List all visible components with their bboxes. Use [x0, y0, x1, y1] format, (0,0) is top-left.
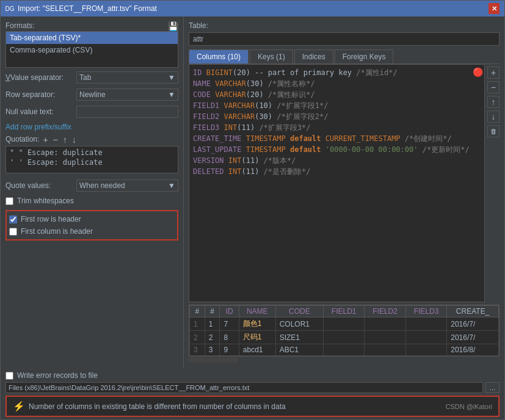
sql-editor[interactable]: 🔴 ID BIGINT(20) -- part of primary key /…	[189, 64, 485, 302]
import-dialog: DG Import: "SELECT__FROM_attr.tsv" Forma…	[0, 0, 505, 420]
col-header-rn: #	[190, 306, 205, 317]
table-row: 3 3 9 abcd1 ABC1 2016/8/	[190, 344, 499, 356]
format-list: Tab-separated (TSV)* Comma-separated (CS…	[5, 31, 178, 68]
error-file-row: ...	[5, 382, 500, 393]
write-error-checkbox[interactable]	[5, 372, 13, 380]
quote-values-row: Quote values: When needed ▼	[5, 179, 178, 192]
table-row: 1 1 7 颜色1 COLOR1 2016/7/	[190, 317, 499, 331]
trim-whitespaces-checkbox[interactable]	[5, 197, 13, 205]
warning-message-area: ⚡ Number of columns in existing table is…	[13, 400, 286, 412]
formats-section: Formats: 💾 Tab-separated (TSV)* Comma-se…	[5, 21, 178, 68]
close-button[interactable]: ✕	[489, 3, 500, 14]
col-header-field1: FIELD1	[323, 306, 364, 317]
move-down-column-button[interactable]: ↓	[487, 110, 500, 123]
first-col-header-checkbox[interactable]	[9, 228, 17, 236]
add-prefix-link[interactable]: Add row prefix/suffix	[5, 123, 178, 131]
warning-dot-icon: 🔴	[473, 66, 483, 79]
table-name-input[interactable]	[189, 32, 500, 46]
tab-foreign-keys[interactable]: Foreign Keys	[335, 49, 394, 63]
header-options-box: First row is header First column is head…	[5, 210, 178, 241]
col-header-create: CREATE_	[447, 306, 499, 317]
move-down-quotation-button[interactable]: ↓	[71, 135, 78, 145]
row-separator-dropdown[interactable]: Newline ▼	[76, 89, 178, 101]
sql-action-buttons: + − ↑ ↓ 🗑	[485, 64, 500, 302]
window-title: Import: "SELECT__FROM_attr.tsv" Format	[18, 4, 157, 13]
chevron-down-icon2: ▼	[168, 90, 175, 99]
formats-label: Formats:	[5, 21, 34, 30]
null-value-label: Null value text:	[5, 107, 73, 116]
watermark-text: CSDN @iKatori	[445, 403, 492, 410]
horizontal-scrollbar[interactable]	[189, 358, 238, 363]
col-header-field3: FIELD3	[405, 306, 446, 317]
quotation-section: Quotation: + − ↑ ↓ " " Escape: duplicate…	[5, 135, 178, 173]
chevron-down-icon3: ▼	[168, 181, 175, 190]
table-row: 2 2 8 尺码1 SIZE1 2016/7/	[190, 331, 499, 344]
left-panel: Formats: 💾 Tab-separated (TSV)* Comma-se…	[1, 16, 184, 368]
null-value-row: Null value text:	[5, 106, 178, 118]
null-value-input[interactable]	[76, 106, 178, 118]
sql-area-container: 🔴 ID BIGINT(20) -- part of primary key /…	[189, 64, 500, 302]
error-file-path-input[interactable]	[5, 382, 483, 393]
tabs-row: Columns (10) Keys (1) Indices Foreign Ke…	[189, 49, 500, 64]
col-header-name: NAME	[239, 306, 275, 317]
quotation-item-1[interactable]: " " Escape: duplicate	[10, 148, 174, 158]
move-up-quotation-button[interactable]: ↑	[62, 135, 68, 145]
first-col-header-row: First column is header	[9, 226, 175, 237]
data-preview-table: # # ID NAME CODE FIELD1 FIELD2 FIELD3 CR…	[189, 305, 499, 356]
bottom-section: Write error records to file ... ⚡ Number…	[1, 368, 504, 419]
browse-button[interactable]: ...	[485, 382, 500, 393]
tab-keys[interactable]: Keys (1)	[250, 49, 293, 63]
move-up-column-button[interactable]: ↑	[487, 96, 500, 108]
row-separator-label: Row separator:	[5, 90, 73, 99]
quotation-header: Quotation: + − ↑ ↓	[5, 135, 178, 145]
col-header-field2: FIELD2	[365, 306, 405, 317]
tab-columns[interactable]: Columns (10)	[189, 49, 249, 63]
first-row-header-checkbox[interactable]	[9, 215, 17, 223]
delete-column-button[interactable]: 🗑	[487, 125, 500, 137]
col-header-id: ID	[220, 306, 239, 317]
data-preview-table-container: # # ID NAME CODE FIELD1 FIELD2 FIELD3 CR…	[189, 305, 500, 357]
write-error-row: Write error records to file	[5, 371, 500, 380]
save-icon: 💾	[168, 21, 178, 31]
quotation-list: " " Escape: duplicate ' ' Escape: duplic…	[5, 146, 178, 173]
col-header-code: CODE	[275, 306, 323, 317]
quote-values-dropdown[interactable]: When needed ▼	[76, 179, 178, 192]
app-icon: DG	[5, 4, 14, 13]
quotation-item-2[interactable]: ' ' Escape: duplicate	[10, 158, 174, 167]
col-header-num: #	[205, 306, 220, 317]
remove-column-button[interactable]: −	[487, 81, 500, 93]
value-separator-label: VValue separator:	[5, 73, 73, 82]
warning-bar: ⚡ Number of columns in existing table is…	[5, 396, 500, 417]
format-item-csv[interactable]: Comma-separated (CSV)	[6, 44, 178, 56]
warning-message-text: Number of columns in existing table is d…	[29, 402, 286, 411]
first-row-header-label: First row is header	[21, 215, 81, 223]
trim-whitespaces-label: Trim whitespaces	[17, 197, 74, 205]
value-separator-row: VValue separator: Tab ▼	[5, 71, 178, 84]
row-separator-row: Row separator: Newline ▼	[5, 89, 178, 101]
right-panel: Table: Columns (10) Keys (1) Indices For…	[184, 16, 504, 368]
format-item-tsv[interactable]: Tab-separated (TSV)*	[6, 32, 178, 44]
quotation-label: Quotation:	[5, 135, 39, 143]
remove-quotation-button[interactable]: −	[52, 135, 59, 145]
tab-indices[interactable]: Indices	[294, 49, 333, 63]
chevron-down-icon: ▼	[168, 73, 175, 82]
title-bar: DG Import: "SELECT__FROM_attr.tsv" Forma…	[1, 1, 504, 16]
table-label: Table:	[189, 21, 500, 30]
lightning-icon: ⚡	[13, 400, 25, 412]
value-separator-dropdown[interactable]: Tab ▼	[76, 71, 178, 84]
first-col-header-label: First column is header	[21, 227, 93, 236]
quote-values-label: Quote values:	[5, 181, 73, 190]
add-column-button[interactable]: +	[487, 67, 500, 79]
add-quotation-button[interactable]: +	[42, 135, 49, 145]
write-error-label: Write error records to file	[17, 371, 98, 380]
first-row-header-row: First row is header	[9, 214, 175, 225]
trim-whitespaces-row: Trim whitespaces	[5, 195, 178, 206]
